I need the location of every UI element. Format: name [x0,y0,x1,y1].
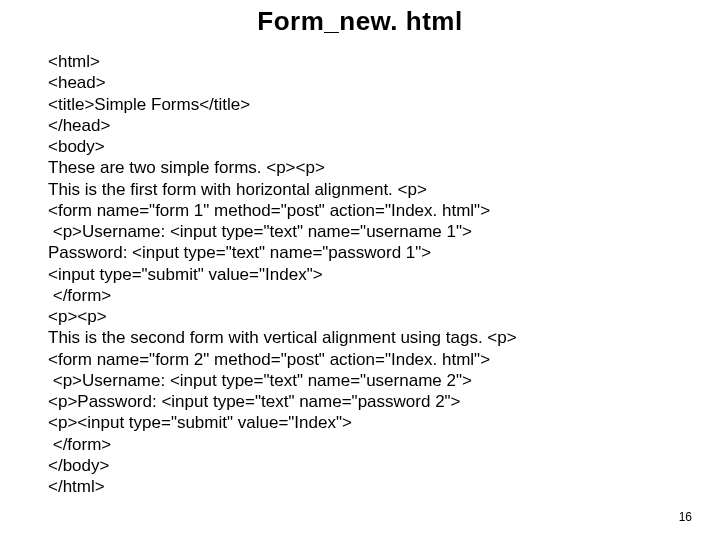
code-line: These are two simple forms. <p><p> [48,157,672,178]
code-line: </form> [48,434,672,455]
code-line: <p><p> [48,306,672,327]
code-line: </body> [48,455,672,476]
code-line: <p>Username: <input type="text" name="us… [48,221,672,242]
code-line: <head> [48,72,672,93]
code-line: <title>Simple Forms</title> [48,94,672,115]
code-line: <input type="submit" value="Index"> [48,264,672,285]
code-line: This is the first form with horizontal a… [48,179,672,200]
code-line: <p>Username: <input type="text" name="us… [48,370,672,391]
code-line: <p>Password: <input type="text" name="pa… [48,391,672,412]
code-line: <body> [48,136,672,157]
code-line: </form> [48,285,672,306]
code-line: <form name="form 2" method="post" action… [48,349,672,370]
code-line: </head> [48,115,672,136]
code-line: </html> [48,476,672,497]
code-line: This is the second form with vertical al… [48,327,672,348]
code-block: <html> <head> <title>Simple Forms</title… [0,51,720,497]
slide-title: Form_new. html [0,0,720,51]
code-line: <html> [48,51,672,72]
code-line: <form name="form 1" method="post" action… [48,200,672,221]
code-line: <p><input type="submit" value="Index"> [48,412,672,433]
page-number: 16 [679,510,692,524]
code-line: Password: <input type="text" name="passw… [48,242,672,263]
